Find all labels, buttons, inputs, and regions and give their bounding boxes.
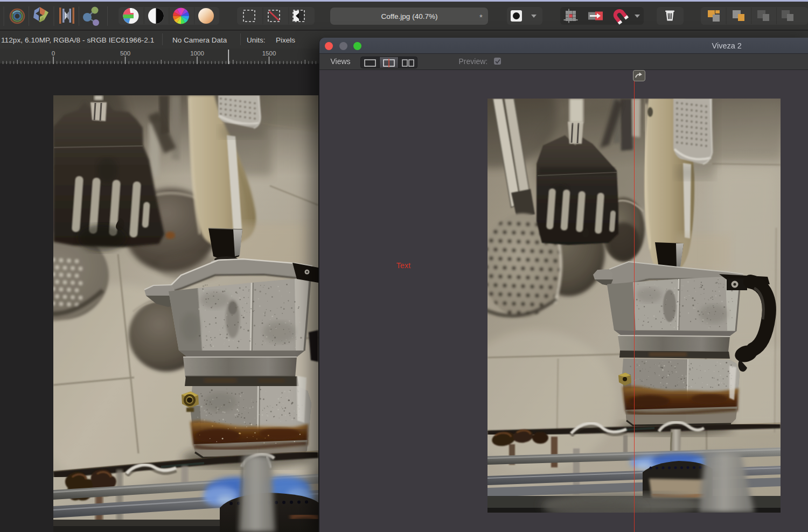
svg-text:0: 0 [52,50,55,57]
svg-text:500: 500 [120,50,130,57]
svg-text:1000: 1000 [190,50,204,57]
svg-text:*: * [479,12,483,22]
svg-text:1500: 1500 [262,50,276,57]
svg-text:Coffe.jpg (40.7%): Coffe.jpg (40.7%) [381,12,438,20]
